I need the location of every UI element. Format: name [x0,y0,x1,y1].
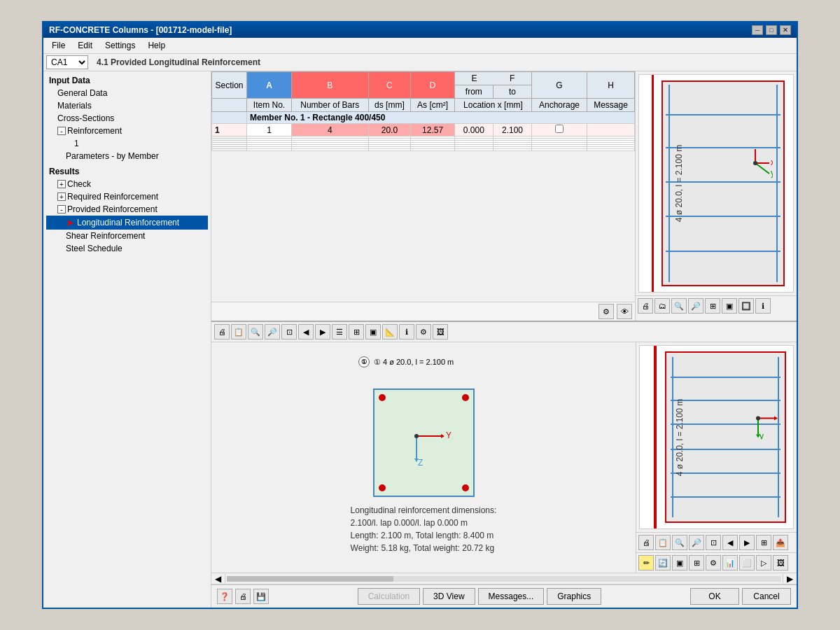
scroll-left-btn[interactable]: ◀ [211,574,225,584]
row-loc-from[interactable]: 0.000 [454,124,493,136]
side3-tool-7[interactable]: ⬜ [739,555,755,570]
reinforcement-label: Reinforcement [67,126,122,136]
side2-tool-1[interactable]: 🖨 [638,535,654,550]
menu-help[interactable]: Help [142,39,171,52]
svg-text:y: y [760,431,764,440]
sidebar-shear-reinforcement[interactable]: Shear Reinforcement [46,230,208,242]
col-d-sub2: As [cm²] [411,99,454,112]
side-tool-2[interactable]: 🗂 [654,298,670,314]
sidebar-cross-sections[interactable]: Cross-Sections [46,112,208,125]
calculation-button[interactable]: Calculation [358,588,420,605]
tool-print[interactable]: 🖨 [214,324,230,340]
messages-button[interactable]: Messages... [478,588,545,605]
sidebar-required-reinforcement[interactable]: + Required Reinforcement [46,190,208,203]
tool-section[interactable]: ☰ [332,324,347,340]
menu-edit[interactable]: Edit [72,39,98,52]
sidebar-steel-schedule[interactable]: Steel Schedule [46,242,208,255]
side-tool-8[interactable]: ℹ [755,298,771,314]
side3-tool-4[interactable]: ⊞ [689,555,704,570]
row-anchorage[interactable] [532,124,587,136]
side-tool-1[interactable]: 🖨 [638,298,653,314]
required-reinforcement-expand-icon: + [57,192,66,201]
tool-info[interactable]: ℹ [399,324,414,340]
side3-tool-9[interactable]: 🖼 [773,555,788,570]
side-tool-4[interactable]: 🔎 [688,298,704,314]
side-tool-5[interactable]: ⊞ [705,298,720,314]
export-btn[interactable]: 💾 [253,589,269,604]
row-loc-to[interactable]: 2.100 [493,124,531,136]
scroll-thumb[interactable] [227,576,393,582]
side2-tool-6[interactable]: ◀ [722,535,738,550]
bottom-panel: 🖨 📋 🔍 🔎 ⊡ ◀ ▶ ☰ ⊞ ▣ 📐 ℹ ⚙ 🖼 [211,321,797,573]
side2-tool-3[interactable]: 🔍 [672,535,687,550]
row-ds[interactable]: 20.0 [368,124,411,136]
minimize-button[interactable]: ─ [752,25,763,35]
side-tool-6[interactable]: ▣ [722,298,737,314]
side2-tool-8[interactable]: ⊞ [756,535,771,550]
menu-settings[interactable]: Settings [99,39,141,52]
side2-tool-4[interactable]: 🔎 [689,535,704,550]
side3-tool-3[interactable]: ▣ [672,555,687,570]
tool-zoom-out[interactable]: 🔎 [265,324,280,340]
side3-tool-8[interactable]: ▷ [756,555,771,570]
tool-extra[interactable]: 🖼 [433,324,448,340]
rebar-tl [379,394,386,401]
row-item-no[interactable]: 1 [247,124,292,136]
sidebar-input-data[interactable]: Input Data [46,74,208,87]
svg-point-10 [414,434,419,438]
reinforcement-expand-icon: - [57,127,66,135]
side-tool-7[interactable]: 🔲 [738,298,754,314]
case-selector[interactable]: CA1 [46,55,88,69]
side2-tool-2[interactable]: 📋 [655,535,671,550]
sidebar-parameters-by-member[interactable]: Parameters - by Member [46,150,208,162]
info-line3: Length: 2.100 m, Total length: 8.400 m [351,529,497,542]
graphics-button[interactable]: Graphics [547,588,601,605]
view3d-button[interactable]: 3D View [423,588,475,605]
side2-tool-5[interactable]: ⊡ [706,535,721,550]
side3-tool-6[interactable]: 📊 [722,555,738,570]
row-message[interactable] [587,124,635,136]
side2-tool-9[interactable]: 📤 [773,535,788,550]
table-row[interactable]: 1 1 4 20.0 12.57 0.000 2.100 [212,124,635,136]
svg-text:Z: Z [418,458,423,468]
tool-prev[interactable]: ◀ [298,324,314,340]
cancel-button[interactable]: Cancel [742,588,791,605]
ok-button[interactable]: OK [690,588,739,605]
horizontal-scrollbar[interactable]: ◀ ▶ [211,573,797,584]
bottom-toolbar: 🖨 📋 🔍 🔎 ⊡ ◀ ▶ ☰ ⊞ ▣ 📐 ℹ ⚙ 🖼 [211,322,797,342]
side-tool-3[interactable]: 🔍 [671,298,687,314]
toolbar-row: CA1 4.1 Provided Longitudinal Reinforcem… [43,54,797,71]
sidebar-check[interactable]: + Check [46,178,208,190]
tool-3d[interactable]: ⊞ [349,324,364,340]
tool-copy[interactable]: 📋 [231,324,246,340]
help-btn[interactable]: ❓ [217,589,232,604]
scroll-right-btn[interactable]: ▶ [783,574,797,584]
view-icon-btn[interactable]: 👁 [617,304,632,319]
settings-icon-btn[interactable]: ⚙ [598,304,614,319]
menu-file[interactable]: File [46,39,71,52]
tool-next[interactable]: ▶ [315,324,330,340]
sidebar-longitudinal-reinforcement[interactable]: ➤ Longitudinal Reinforcement [46,216,208,230]
tool-settings2[interactable]: ⚙ [416,324,431,340]
sidebar-general-data[interactable]: General Data [46,87,208,99]
sidebar-reinforcement[interactable]: - Reinforcement [46,125,208,137]
sidebar-reinforcement-1[interactable]: 1 [46,137,208,150]
maximize-button[interactable]: □ [766,25,777,35]
tool-measure[interactable]: 📐 [382,324,398,340]
row-as[interactable]: 12.57 [411,124,454,136]
print-btn[interactable]: 🖨 [235,589,251,604]
tool-fit[interactable]: ⊡ [281,324,297,340]
table-container[interactable]: Section A B C D E F G H [211,71,635,302]
sidebar-materials[interactable]: Materials [46,99,208,112]
row-num-bars[interactable]: 4 [292,124,369,136]
tool-render[interactable]: ▣ [365,324,381,340]
side3-tool-1[interactable]: ✏ [638,555,654,570]
sidebar-provided-reinforcement[interactable]: - Provided Reinforcement [46,203,208,216]
sidebar-results[interactable]: Results [46,165,208,178]
side3-tool-2[interactable]: 🔄 [655,555,671,570]
close-button[interactable]: ✕ [780,25,791,35]
side3-tool-5[interactable]: ⚙ [706,555,721,570]
side2-tool-7[interactable]: ▶ [739,535,755,550]
scroll-track[interactable] [227,576,781,582]
tool-zoom-in[interactable]: 🔍 [248,324,263,340]
